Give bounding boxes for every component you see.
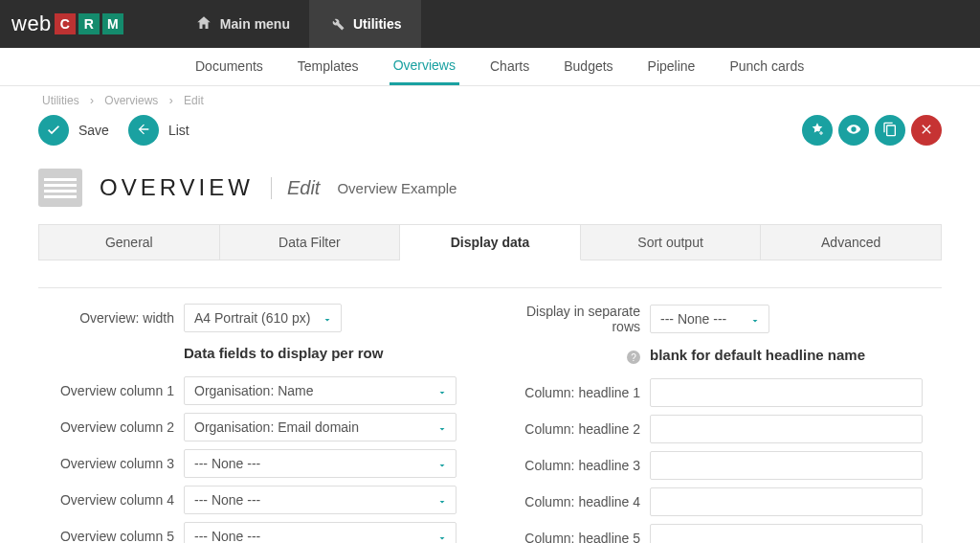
overview-width-label: Overview: width [38, 310, 184, 326]
copy-icon [882, 122, 898, 140]
arrow-left-icon [136, 122, 151, 140]
tab-sort-output[interactable]: Sort output [581, 224, 762, 260]
save-label: Save [78, 123, 109, 138]
logo-text: web [11, 11, 52, 36]
logo-r: R [78, 13, 100, 34]
col1-label: Overview column 1 [38, 383, 184, 398]
subnav-pipeline[interactable]: Pipeline [644, 49, 700, 85]
col3-label: Overview column 3 [38, 456, 184, 471]
page-subtitle: Overview Example [337, 180, 457, 196]
headline4-input[interactable] [650, 487, 923, 516]
chevron-down-icon [749, 314, 759, 324]
breadcrumb-item[interactable]: Overviews [104, 94, 158, 107]
eye-icon [846, 122, 861, 140]
headline5-input[interactable] [650, 524, 923, 543]
overview-icon [38, 169, 82, 207]
subnav-overviews[interactable]: Overviews [390, 48, 459, 85]
utilities-button[interactable]: Utilities [309, 0, 421, 48]
headline1-label: Column: headline 1 [504, 385, 650, 400]
overview-width-select[interactable]: A4 Portrait (610 px) [184, 304, 342, 332]
headline2-label: Column: headline 2 [504, 421, 650, 437]
wrench-icon [328, 14, 345, 34]
headline3-label: Column: headline 3 [504, 458, 650, 473]
subnav-charts[interactable]: Charts [486, 49, 533, 85]
page-title: OVERVIEW [100, 174, 254, 201]
save-button[interactable] [38, 115, 69, 146]
tab-display-data[interactable]: Display data [400, 224, 581, 260]
headline1-input[interactable] [650, 378, 923, 407]
breadcrumb: Utilities › Overviews › Edit [38, 94, 942, 107]
headline3-input[interactable] [650, 451, 923, 480]
page-mode: Edit [271, 177, 320, 199]
chevron-down-icon [436, 422, 446, 432]
list-label: List [168, 123, 189, 138]
breadcrumb-sep: › [90, 94, 94, 107]
main-menu-button[interactable]: Main menu [176, 0, 309, 48]
separate-rows-select[interactable]: --- None --- [650, 305, 769, 333]
chevron-down-icon [436, 386, 446, 396]
col4-label: Overview column 4 [38, 492, 184, 508]
copy-button[interactable] [875, 115, 905, 146]
sub-nav: Documents Templates Overviews Charts Bud… [0, 48, 980, 86]
headline2-input[interactable] [650, 415, 923, 443]
delete-button[interactable] [911, 115, 942, 146]
headline4-label: Column: headline 4 [504, 494, 650, 509]
subnav-budgets[interactable]: Budgets [560, 49, 616, 85]
col3-select[interactable]: --- None --- [184, 449, 457, 478]
logo-c: C [55, 13, 76, 34]
col5-label: Overview column 5 [38, 529, 184, 543]
section-right-title: blank for default headline name [650, 347, 865, 363]
star-add-button[interactable] [802, 115, 833, 146]
main-menu-label: Main menu [220, 16, 290, 32]
home-icon [195, 14, 212, 34]
breadcrumb-sep: › [169, 94, 173, 107]
toolbar: Save List [38, 115, 942, 146]
preview-button[interactable] [838, 115, 869, 146]
col4-select[interactable]: --- None --- [184, 486, 457, 514]
overview-width-value: A4 Portrait (610 px) [194, 310, 310, 326]
close-icon [919, 122, 934, 140]
breadcrumb-item[interactable]: Utilities [42, 94, 79, 107]
tab-general[interactable]: General [38, 224, 220, 260]
help-icon[interactable]: ? [627, 351, 640, 364]
chevron-down-icon [436, 495, 446, 505]
chevron-down-icon [322, 313, 331, 323]
tab-advanced[interactable]: Advanced [761, 224, 942, 260]
col2-select[interactable]: Organisation: Email domain [184, 413, 457, 441]
headline5-label: Column: headline 5 [504, 531, 650, 543]
chevron-down-icon [436, 459, 446, 468]
logo[interactable]: web C R M [11, 11, 123, 36]
chevron-down-icon [436, 532, 446, 541]
list-button[interactable] [128, 115, 159, 146]
tabs: General Data Filter Display data Sort ou… [38, 224, 942, 260]
breadcrumb-item: Edit [184, 94, 204, 107]
tab-data-filter[interactable]: Data Filter [220, 224, 401, 260]
col2-label: Overview column 2 [38, 419, 184, 435]
check-icon [46, 122, 61, 140]
divider [38, 287, 942, 288]
utilities-label: Utilities [353, 16, 402, 32]
logo-m: M [102, 13, 123, 34]
top-bar: web C R M Main menu Utilities [0, 0, 980, 48]
section-left-title: Data fields to display per row [184, 345, 383, 361]
subnav-templates[interactable]: Templates [294, 49, 363, 85]
separate-rows-label: Display in separate rows [504, 304, 650, 334]
page-header: OVERVIEW Edit Overview Example [38, 169, 942, 207]
subnav-documents[interactable]: Documents [191, 49, 267, 85]
star-plus-icon [810, 122, 825, 140]
col1-select[interactable]: Organisation: Name [184, 376, 457, 405]
subnav-punch-cards[interactable]: Punch cards [725, 49, 808, 85]
col5-select[interactable]: --- None --- [184, 522, 457, 543]
